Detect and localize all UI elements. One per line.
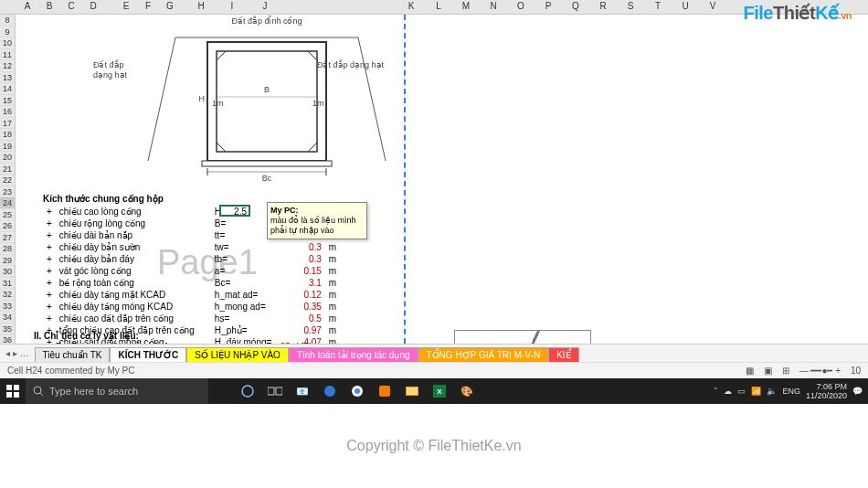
paint-icon[interactable]: 🎨 (455, 379, 479, 403)
drawing-left-label: Đất đắpdạng hạt (93, 60, 127, 80)
row-32[interactable]: 32 (0, 289, 15, 301)
col-T[interactable]: T (649, 1, 667, 11)
col-U[interactable]: U (676, 1, 694, 11)
col-R[interactable]: R (594, 1, 612, 11)
row-30[interactable]: 30 (0, 266, 15, 278)
col-M[interactable]: M (457, 1, 475, 11)
dim-1m-left: 1m (212, 99, 224, 108)
col-I[interactable]: I (223, 1, 241, 11)
sheet-tab[interactable]: TỔNG HỢP GIÁ TRỊ M-V-N (418, 347, 549, 362)
col-A[interactable]: A (18, 1, 37, 11)
col-D[interactable]: D (84, 1, 102, 11)
row-26[interactable]: 26 (0, 220, 15, 232)
param-row[interactable]: +vát góc lòng cốnga=0.15m (43, 265, 362, 277)
row-27[interactable]: 27 (0, 232, 15, 244)
tray-language[interactable]: ENG (782, 387, 800, 396)
row-14[interactable]: 14 (0, 83, 15, 95)
row-22[interactable]: 22 (0, 175, 15, 186)
sheet-tab[interactable]: KÍCH THƯỚC (110, 347, 186, 362)
row-17[interactable]: 17 (0, 118, 15, 130)
param-row[interactable]: +chiều dày tầng móng KCADh_mong ad=0.35m (43, 301, 362, 313)
chrome-icon[interactable] (345, 379, 369, 403)
col-B[interactable]: B (40, 1, 58, 11)
search-icon (33, 386, 44, 397)
col-C[interactable]: C (62, 1, 80, 11)
param-row[interactable]: +chiều dày tầng mặt KCADh_mat ad=0.12m (43, 289, 362, 301)
param-row[interactable]: +chiều dày bản đáytb=0.3m (43, 253, 362, 265)
row-15[interactable]: 15 (0, 95, 15, 107)
col-E[interactable]: E (117, 1, 135, 11)
row-24[interactable]: 24 (0, 197, 15, 209)
row-13[interactable]: 13 (0, 72, 15, 84)
row-31[interactable]: 31 (0, 278, 15, 290)
col-O[interactable]: O (512, 1, 530, 11)
start-button[interactable] (0, 378, 26, 404)
row-29[interactable]: 29 (0, 255, 15, 267)
row-25[interactable]: 25 (0, 209, 15, 221)
row-8[interactable]: 8 (0, 15, 15, 27)
col-N[interactable]: N (484, 1, 503, 11)
col-P[interactable]: P (539, 1, 557, 11)
sheet-tab[interactable]: Tính toán tải trọng tác dụng (289, 347, 418, 362)
col-S[interactable]: S (621, 1, 640, 11)
tab-nav-arrows[interactable]: ◂ ▸ … (0, 348, 35, 358)
tray-volume-icon[interactable]: 🔈 (767, 387, 777, 396)
excel-icon[interactable]: X (428, 379, 451, 403)
cortana-icon[interactable] (236, 379, 259, 403)
row-28[interactable]: 28 (0, 243, 15, 255)
col-G[interactable]: G (161, 1, 179, 11)
view-break-icon[interactable]: ⊞ (782, 366, 789, 376)
dim-H: H (199, 94, 206, 103)
row-10[interactable]: 10 (0, 37, 15, 49)
view-normal-icon[interactable]: ▦ (746, 366, 754, 376)
sheet-tabs-bar: ◂ ▸ … Tiêu chuẩn TKKÍCH THƯỚCSỐ LIỆU NHẬ… (0, 344, 868, 362)
col-J[interactable]: J (256, 1, 274, 11)
zoom-slider[interactable]: — ━━●━ + (799, 366, 841, 376)
sheet-tab[interactable]: KIỂ (548, 347, 578, 362)
row-21[interactable]: 21 (0, 164, 15, 175)
tray-cloud-icon[interactable]: ☁ (724, 387, 732, 396)
col-H[interactable]: H (192, 1, 210, 11)
row-19[interactable]: 19 (0, 141, 15, 153)
app-1-icon[interactable]: 📧 (291, 379, 314, 403)
view-layout-icon[interactable]: ▣ (764, 366, 772, 376)
row-18[interactable]: 18 (0, 129, 15, 141)
col-F[interactable]: F (139, 1, 157, 11)
tray-chevron-icon[interactable]: ˄ (714, 387, 718, 396)
row-12[interactable]: 12 (0, 60, 15, 72)
spreadsheet-grid[interactable]: Page1 Đất đắp đỉnh cống B H Bc (16, 15, 852, 353)
sheet-tab[interactable]: Tiêu chuẩn TK (35, 347, 111, 362)
col-K[interactable]: K (402, 1, 420, 11)
param-row[interactable]: +bề rộng toàn cốngBc=3.1m (43, 277, 362, 289)
row-33[interactable]: 33 (0, 301, 15, 313)
column-header-row[interactable]: ABCDEFGHIJKLMNOPQRSTUV (0, 0, 868, 15)
row-23[interactable]: 23 (0, 186, 15, 198)
taskbar-search[interactable]: Type here to search (26, 378, 208, 404)
svg-rect-8 (14, 385, 19, 390)
tray-wifi-icon[interactable]: 📶 (751, 387, 761, 396)
row-9[interactable]: 9 (0, 27, 15, 38)
param-row[interactable]: +chiều dày bản sườntw=0.3m (43, 241, 362, 253)
tray-notifications-icon[interactable]: 💬 (852, 387, 863, 396)
col-V[interactable]: V (704, 1, 722, 11)
app-orange-icon[interactable] (373, 379, 397, 403)
svg-rect-9 (6, 392, 12, 398)
param-row[interactable]: +chiều cao đất đắp trên cốnghs=0.5m (43, 313, 362, 324)
edge-icon[interactable] (318, 379, 342, 403)
task-view-icon[interactable] (263, 379, 287, 403)
drawing-right-label: Đất đắp dạng hạt (317, 60, 384, 70)
col-Q[interactable]: Q (566, 1, 585, 11)
row-16[interactable]: 16 (0, 106, 15, 118)
row-11[interactable]: 11 (0, 49, 15, 61)
section2-header: II. Chỉ tiêu cơ lý vật liệu: (34, 331, 139, 341)
selected-cell[interactable]: 2.5 (219, 205, 250, 217)
row-20[interactable]: 20 (0, 152, 15, 164)
col-L[interactable]: L (429, 1, 448, 11)
tray-clock[interactable]: 7:06 PM 11/20/2020 (806, 382, 847, 400)
row-header-column[interactable]: 8910111213141516171819202122232425262728… (0, 15, 16, 369)
row-35[interactable]: 35 (0, 324, 15, 335)
file-explorer-icon[interactable] (400, 379, 424, 403)
tray-battery-icon[interactable]: ▭ (737, 387, 746, 396)
sheet-tab[interactable]: SỐ LIỆU NHẬP VÀO (186, 347, 289, 362)
row-34[interactable]: 34 (0, 312, 15, 324)
